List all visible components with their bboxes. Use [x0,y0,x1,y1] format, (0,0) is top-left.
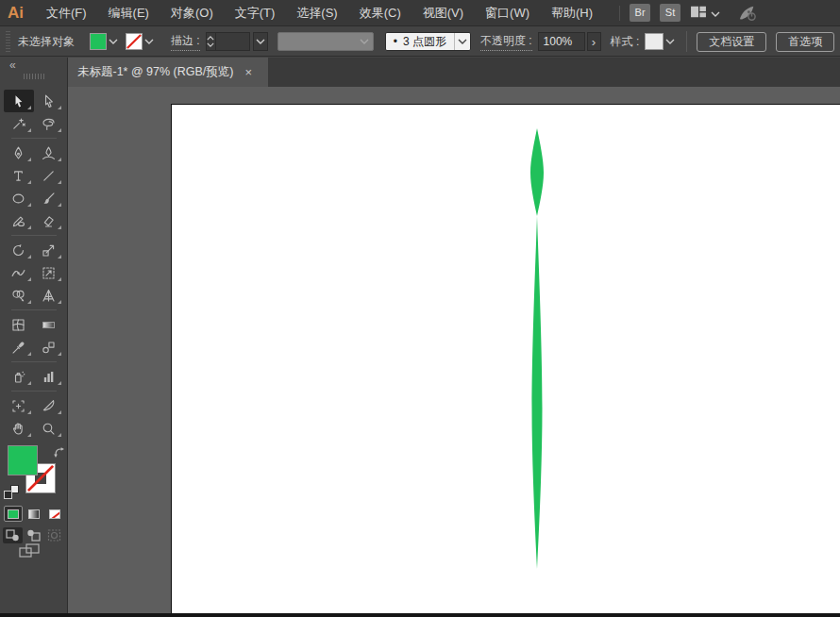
mesh-tool-icon[interactable] [4,313,34,336]
curvature-tool-icon[interactable] [34,142,64,164]
ellipse-tool-icon[interactable] [4,187,34,209]
fill-color-swatch[interactable] [90,33,107,50]
document-tab[interactable]: 未标题-1* @ 97% (RGB/预览) × [68,58,268,87]
tools-panel-grip[interactable] [24,74,44,79]
tools-divider [11,361,57,362]
artboard[interactable] [171,104,840,613]
stock-button[interactable]: St [660,4,680,22]
control-bar: 未选择对象 描边 : [0,27,840,57]
shaper-tool-icon[interactable] [4,209,34,232]
document-setup-button[interactable]: 文档设置 [697,32,766,52]
paintbrush-tool-icon[interactable] [34,187,64,209]
stroke-weight-input[interactable] [216,32,250,51]
workspace-switcher-button[interactable] [690,5,720,22]
brush-dot-preview: • [394,35,397,48]
draw-inside-icon [44,527,64,543]
perspective-grid-tool-icon[interactable] [34,284,64,307]
screen-mode-icon[interactable] [19,548,40,561]
magic-wand-tool-icon[interactable] [4,112,34,135]
scale-tool-icon[interactable] [34,239,64,261]
menu-help[interactable]: 帮助(H) [551,5,593,22]
rotate-tool-icon[interactable] [4,239,34,261]
tools-grid [0,87,67,440]
line-segment-tool-icon[interactable] [34,164,64,187]
gpu-performance-rocket-icon[interactable] [737,5,758,22]
menu-effect[interactable]: 效果(C) [360,5,401,22]
green-leaf-brush-stroke[interactable] [516,125,558,571]
control-bar-divider [686,31,687,52]
menu-file[interactable]: 文件(F) [46,5,87,22]
eyedropper-tool-icon[interactable] [4,336,34,359]
direct-selection-tool-icon[interactable] [34,90,64,112]
menubar-right-cluster: Br St [619,4,758,22]
menu-select[interactable]: 选择(S) [296,5,337,22]
brush-dropdown-chevron[interactable] [454,33,470,50]
tools-divider [11,235,57,236]
lasso-tool-icon[interactable] [34,112,64,135]
selection-tool-icon[interactable] [4,90,34,112]
gradient-button[interactable] [25,506,43,522]
menu-window[interactable]: 窗口(W) [485,5,529,22]
window-bottom-edge [0,613,840,617]
document-tab-title: 未标题-1* @ 97% (RGB/预览) [77,64,234,80]
tab-strip: 未标题-1* @ 97% (RGB/预览) × [68,58,840,87]
pasteboard[interactable] [68,87,840,613]
menu-bar: Ai 文件(F) 编辑(E) 对象(O) 文字(T) 选择(S) 效果(C) 视… [0,0,840,26]
slice-tool-icon[interactable] [34,394,64,417]
draw-normal-icon[interactable] [3,527,23,543]
brush-definition-dropdown[interactable]: • 3 点圆形 [385,32,471,51]
type-tool-icon[interactable] [4,164,34,187]
style-swatch[interactable] [645,33,664,50]
width-tool-icon[interactable] [4,261,34,284]
hand-tool-icon[interactable] [4,417,34,440]
stroke-color-swatch-none[interactable] [126,33,143,50]
color-button[interactable] [4,506,23,522]
opacity-label[interactable]: 不透明度 : [480,33,532,51]
shape-builder-tool-icon[interactable] [4,284,34,307]
menu-view[interactable]: 视图(V) [423,5,463,22]
app-logo: Ai [8,4,24,23]
menubar-divider [619,6,620,21]
menu-type[interactable]: 文字(T) [235,5,276,22]
brush-value: • 3 点圆形 [386,34,454,50]
opacity-more-button[interactable]: › [587,32,601,51]
stroke-color-dropdown[interactable] [143,33,156,50]
fill-well-active[interactable] [8,445,38,475]
collapse-panel-icon[interactable]: « [9,58,14,72]
fill-stroke-indicator [0,445,67,502]
main-menus: 文件(F) 编辑(E) 对象(O) 文字(T) 选择(S) 效果(C) 视图(V… [46,5,593,22]
eraser-tool-icon[interactable] [34,209,64,232]
tools-divider [11,391,57,392]
opacity-input[interactable]: 100% [538,32,585,51]
leaf-blade-shape [532,216,543,569]
pen-tool-icon[interactable] [4,142,34,164]
default-fill-stroke-icon[interactable] [4,485,21,500]
stepper-arrows[interactable] [206,32,216,51]
stroke-weight-dropdown[interactable] [253,32,268,51]
blend-tool-icon[interactable] [34,336,64,359]
panel-grip-handle[interactable] [6,31,10,52]
chevron-down-icon [711,6,720,20]
tools-panel [0,87,68,613]
fill-color-dropdown[interactable] [107,33,120,50]
column-graph-tool-icon[interactable] [34,365,64,388]
free-transform-tool-icon[interactable] [34,261,64,284]
tab-close-icon[interactable]: × [245,65,253,79]
illustrator-window: Ai 文件(F) 编辑(E) 对象(O) 文字(T) 选择(S) 效果(C) 视… [0,0,840,617]
style-dropdown[interactable] [664,33,677,50]
stroke-weight-label[interactable]: 描边 : [171,33,200,51]
menu-object[interactable]: 对象(O) [171,5,213,22]
draw-behind-icon[interactable] [24,527,43,543]
stroke-color-control [126,33,156,50]
menu-edit[interactable]: 编辑(E) [109,5,149,22]
gradient-tool-icon[interactable] [34,313,64,336]
preferences-button[interactable]: 首选项 [776,32,834,52]
fill-color-control [90,33,120,50]
artboard-tool-icon[interactable] [4,394,34,417]
symbol-sprayer-tool-icon[interactable] [4,365,34,388]
bridge-button[interactable]: Br [630,4,650,22]
swap-fill-stroke-icon[interactable] [53,446,65,459]
selection-status-text: 未选择对象 [18,34,75,50]
zoom-tool-icon[interactable] [34,417,64,440]
none-button[interactable] [45,506,64,522]
